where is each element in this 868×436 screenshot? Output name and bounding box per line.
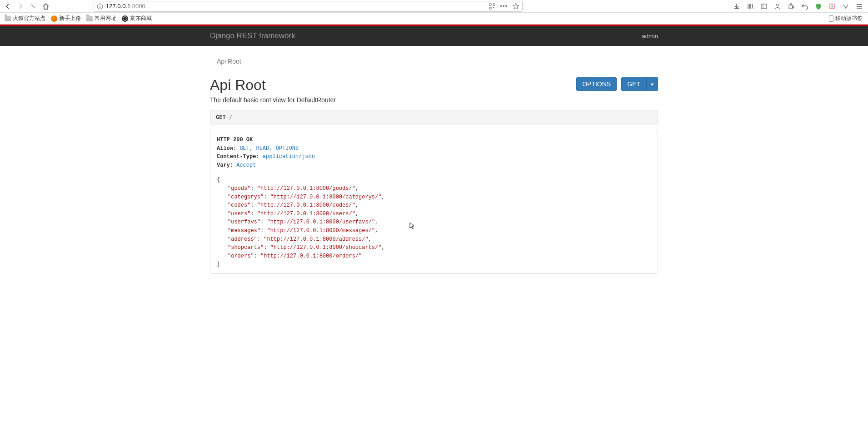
sidebar-icon[interactable] <box>760 2 768 10</box>
json-entry: "categorys": "http://127.0.0.1:8000/cate… <box>217 193 651 202</box>
response-header: Vary: Accept <box>217 161 651 170</box>
breadcrumb: Api Root <box>210 54 658 69</box>
shield-icon[interactable] <box>814 2 823 10</box>
request-method: GET <box>216 114 226 120</box>
response-body: { "goods": "http://127.0.0.1:8000/goods/… <box>217 176 651 269</box>
library-icon[interactable] <box>746 2 754 10</box>
drf-navbar: Django REST framework admin <box>0 26 868 46</box>
bookmark-label: 京东商城 <box>130 15 152 22</box>
svg-rect-3 <box>489 4 491 5</box>
extensions-icon[interactable] <box>787 2 795 10</box>
svg-rect-7 <box>494 9 495 9</box>
page-content: Api Root Api Root OPTIONS GET The defaul… <box>203 46 665 281</box>
bookmark-label: 常用网址 <box>95 15 116 22</box>
drf-brand-link[interactable]: Django REST framework <box>210 31 295 40</box>
reload-button[interactable] <box>27 0 39 12</box>
api-link[interactable]: http://127.0.0.1:8000/goods/ <box>260 185 352 192</box>
folder-icon <box>5 16 11 21</box>
svg-rect-2 <box>100 6 100 8</box>
bookmark-label: 火狐官方站点 <box>13 15 45 22</box>
forward-button[interactable] <box>15 0 26 12</box>
get-dropdown-button[interactable] <box>646 77 658 91</box>
json-entry: "messages": "http://127.0.0.1:8000/messa… <box>217 227 651 235</box>
browser-nav-bar: 127.0.0.1:8000 ••• <box>0 0 868 13</box>
options-button[interactable]: OPTIONS <box>576 77 617 91</box>
json-entry: "users": "http://127.0.0.1:8000/users/", <box>217 210 651 218</box>
firefox-icon <box>51 15 57 22</box>
drf-user-link[interactable]: admin <box>642 33 658 40</box>
json-entry: "shopcarts": "http://127.0.0.1:8000/shop… <box>217 243 651 252</box>
bookmark-item[interactable]: 火狐官方站点 <box>2 15 48 22</box>
json-entry: "userfavs": "http://127.0.0.1:8000/userf… <box>217 218 651 227</box>
svg-point-10 <box>777 4 779 6</box>
account-icon[interactable] <box>773 2 782 10</box>
breadcrumb-item[interactable]: Api Root <box>217 58 241 65</box>
clip-icon[interactable] <box>828 2 836 10</box>
back-button[interactable] <box>2 0 14 12</box>
svg-rect-8 <box>761 4 767 9</box>
json-entry: "codes": "http://127.0.0.1:8000/codes/", <box>217 201 651 210</box>
api-link[interactable]: http://127.0.0.1:8000/codes/ <box>260 202 352 208</box>
bookmark-item[interactable]: 京东商城 <box>119 15 155 22</box>
api-link[interactable]: http://127.0.0.1:8000/categorys/ <box>274 194 378 200</box>
api-link[interactable]: http://127.0.0.1:8000/messages/ <box>270 228 372 234</box>
api-link[interactable]: http://127.0.0.1:8000/userfavs/ <box>270 219 372 225</box>
api-link[interactable]: http://127.0.0.1:8000/address/ <box>267 236 365 243</box>
json-entry: "orders": "http://127.0.0.1:8000/orders/… <box>217 252 651 261</box>
home-button[interactable] <box>40 0 52 12</box>
svg-rect-5 <box>489 7 491 9</box>
get-button[interactable]: GET <box>621 77 646 91</box>
bookmark-star-icon[interactable] <box>512 3 519 10</box>
bookmark-item[interactable]: 新手上路 <box>48 15 84 22</box>
page-actions-icon[interactable]: ••• <box>500 3 508 10</box>
request-line: GET / <box>210 110 658 124</box>
url-bar[interactable]: 127.0.0.1:8000 ••• <box>94 1 523 12</box>
caret-down-icon <box>650 84 654 86</box>
toolbar-icons <box>730 2 866 10</box>
menu-icon[interactable] <box>855 2 863 10</box>
api-link[interactable]: http://127.0.0.1:8000/users/ <box>260 211 352 217</box>
svg-rect-11 <box>789 5 793 9</box>
info-icon[interactable] <box>97 3 103 10</box>
svg-rect-6 <box>493 7 494 8</box>
api-link[interactable]: http://127.0.0.1:8000/orders/ <box>264 253 359 259</box>
bookmark-item[interactable]: 常用网址 <box>84 15 119 22</box>
svg-rect-13 <box>793 6 794 8</box>
svg-rect-12 <box>790 4 792 5</box>
bookmarks-bar: 火狐官方站点新手上路常用网址京东商城 移动版书签 <box>0 13 868 25</box>
bookmark-label: 新手上路 <box>59 15 81 22</box>
svg-rect-4 <box>493 4 495 5</box>
json-entry: "goods": "http://127.0.0.1:8000/goods/", <box>217 184 651 193</box>
response-status: HTTP 200 OK <box>217 136 651 144</box>
response-header: Allow: GET, HEAD, OPTIONS <box>217 144 651 153</box>
folder-icon <box>86 16 93 21</box>
url-text: 127.0.0.1:8000 <box>106 3 145 10</box>
page-title: Api Root <box>210 77 266 94</box>
response-box: HTTP 200 OK Allow: GET, HEAD, OPTIONSCon… <box>210 131 658 274</box>
qr-icon[interactable] <box>489 3 495 10</box>
jd-icon <box>122 15 128 22</box>
json-entry: "address": "http://127.0.0.1:8000/addres… <box>217 235 651 244</box>
page-subtitle: The default basic root view for DefaultR… <box>210 96 658 104</box>
mobile-icon <box>829 15 833 22</box>
response-header: Content-Type: application/json <box>217 153 651 161</box>
api-link[interactable]: http://127.0.0.1:8000/shopcarts/ <box>274 244 378 251</box>
downloads-icon[interactable] <box>733 2 741 10</box>
undo-close-icon[interactable] <box>801 2 809 10</box>
request-path: / <box>229 114 232 120</box>
v-icon[interactable] <box>842 2 850 10</box>
svg-point-1 <box>100 5 100 5</box>
mobile-bookmarks[interactable]: 移动版书签 <box>829 15 866 22</box>
